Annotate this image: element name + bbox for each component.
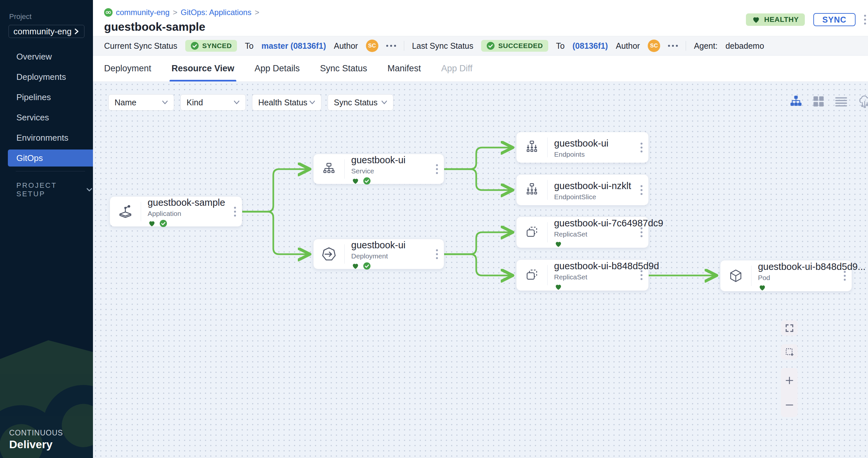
node-service-guestbook-ui[interactable]: guestbook-ui Service	[313, 154, 444, 184]
filter-sync-status-dropdown[interactable]: Sync Status	[328, 94, 394, 110]
author-avatar: SC	[648, 40, 660, 52]
status-divider	[686, 41, 686, 51]
current-commit-link[interactable]: master (08136f1)	[261, 41, 326, 51]
check-circle-icon	[486, 41, 495, 50]
node-menu-kebab-icon[interactable]	[436, 164, 438, 174]
sidebar-item-deployments[interactable]: Deployments	[0, 67, 93, 87]
page-header: community-eng > GitOps: Applications > g…	[93, 0, 868, 36]
tab-resource-view[interactable]: Resource View	[172, 56, 234, 81]
node-kind: Application	[148, 210, 222, 218]
chevron-down-icon	[309, 100, 316, 105]
tab-sync-status[interactable]: Sync Status	[320, 56, 367, 81]
breadcrumb-applications-link[interactable]: GitOps: Applications	[181, 8, 251, 17]
chevron-down-icon	[161, 100, 168, 105]
author-label: Author	[334, 41, 358, 51]
chevron-down-icon	[381, 100, 388, 105]
sidebar-nav: Overview Deployments Pipelines Services …	[0, 46, 93, 166]
sidebar-item-gitops[interactable]: GitOps	[8, 150, 93, 166]
healthy-heart-icon	[148, 220, 156, 227]
author-avatar: SC	[366, 40, 378, 52]
node-menu-kebab-icon[interactable]	[641, 143, 643, 153]
fullscreen-button[interactable]	[781, 320, 798, 336]
endpoints-icon	[517, 132, 547, 163]
zoom-out-button[interactable]	[781, 393, 798, 417]
current-sync-status-badge: SYNCED	[185, 40, 237, 52]
plus-icon	[785, 376, 794, 385]
tab-bar: Deployment Resource View App Details Syn…	[93, 56, 868, 82]
main-area: community-eng > GitOps: Applications > g…	[93, 0, 868, 458]
breadcrumb-separator: >	[255, 8, 259, 17]
healthy-heart-icon	[758, 284, 767, 292]
zoom-in-button[interactable]	[781, 368, 798, 393]
node-menu-kebab-icon[interactable]	[641, 227, 643, 237]
sync-button[interactable]: SYNC	[813, 13, 856, 26]
synced-check-icon	[159, 220, 167, 227]
node-kind: EndpointSlice	[554, 193, 629, 201]
node-menu-kebab-icon[interactable]	[641, 185, 643, 195]
synced-check-icon	[363, 262, 371, 270]
list-view-icon[interactable]	[835, 96, 848, 107]
project-selector[interactable]: community-eng	[8, 25, 85, 38]
node-application-guestbook-sample[interactable]: guestbook-sample Application	[110, 196, 242, 227]
gitops-logo-icon	[104, 8, 113, 17]
last-sync-status-label: Last Sync Status	[412, 41, 474, 51]
view-mode-switcher	[789, 95, 868, 108]
resource-graph-canvas[interactable]: Name Kind Health Status Sync Status	[93, 82, 868, 458]
to-label: To	[556, 41, 565, 51]
node-endpointslice-guestbook-ui-nzklt[interactable]: guestbook-ui-nzklt EndpointSlice	[516, 174, 649, 205]
node-replicaset-guestbook-ui-b848d5d9d[interactable]: guestbook-ui-b848d5d9d ReplicaSet	[516, 259, 649, 291]
chevron-down-icon	[86, 187, 93, 193]
tab-manifest[interactable]: Manifest	[388, 56, 421, 81]
sidebar-item-overview[interactable]: Overview	[0, 46, 93, 67]
filter-health-status-dropdown[interactable]: Health Status	[252, 94, 321, 110]
node-endpoints-guestbook-ui[interactable]: guestbook-ui Endpoints	[516, 132, 649, 163]
sidebar-item-pipelines[interactable]: Pipelines	[0, 87, 93, 107]
chevron-down-icon	[233, 100, 240, 105]
service-icon	[314, 154, 344, 184]
node-title: guestbook-ui	[351, 155, 405, 166]
node-deployment-guestbook-ui[interactable]: guestbook-ui Deployment	[313, 239, 444, 269]
node-menu-kebab-icon[interactable]	[234, 207, 236, 217]
tab-deployment[interactable]: Deployment	[104, 56, 151, 81]
sidebar-item-environments[interactable]: Environments	[0, 128, 93, 148]
node-menu-kebab-icon[interactable]	[641, 270, 643, 280]
sidebar-item-services[interactable]: Services	[0, 107, 93, 128]
node-menu-kebab-icon[interactable]	[436, 249, 438, 259]
breadcrumb-project-link[interactable]: community-eng	[116, 8, 169, 17]
app-menu-kebab-icon[interactable]	[864, 15, 866, 25]
sync-status-bar: Current Sync Status SYNCED To master (08…	[93, 36, 868, 56]
filter-name-dropdown[interactable]: Name	[108, 94, 174, 110]
minus-icon	[785, 400, 794, 410]
sidebar: Project community-eng Overview Deploymen…	[0, 0, 93, 458]
deployment-icon	[314, 239, 344, 269]
replicaset-icon	[517, 217, 547, 248]
commit-details-ellipsis[interactable]	[668, 45, 678, 47]
health-status-badge: HEALTHY	[746, 13, 805, 26]
commit-details-ellipsis[interactable]	[386, 45, 396, 47]
node-title: guestbook-sample	[148, 197, 222, 208]
node-kind: ReplicaSet	[554, 230, 629, 238]
tab-app-details[interactable]: App Details	[255, 56, 300, 81]
last-commit-link[interactable]: (08136f1)	[572, 41, 608, 51]
synced-check-icon	[363, 177, 371, 185]
node-menu-kebab-icon[interactable]	[844, 271, 846, 281]
project-selector-value: community-eng	[13, 27, 72, 37]
healthy-heart-icon	[554, 283, 563, 291]
filter-kind-dropdown[interactable]: Kind	[180, 94, 246, 110]
filter-bar: Name Kind Health Status Sync Status	[108, 94, 394, 110]
node-kind: Pod	[758, 274, 832, 282]
cloud-view-icon[interactable]	[858, 95, 868, 108]
node-replicaset-guestbook-ui-7c64987dc9[interactable]: guestbook-ui-7c64987dc9 ReplicaSet	[516, 217, 649, 248]
agent-label: Agent:	[694, 41, 717, 51]
node-title: guestbook-ui-7c64987dc9	[554, 218, 629, 229]
selection-tool-button[interactable]	[781, 344, 798, 360]
application-icon	[110, 197, 141, 226]
author-label: Author	[616, 41, 640, 51]
grid-view-icon[interactable]	[812, 95, 825, 108]
check-circle-icon	[190, 41, 199, 50]
tree-view-icon[interactable]	[789, 96, 803, 107]
health-badge-label: HEALTHY	[764, 15, 799, 24]
project-setup-toggle[interactable]: PROJECT SETUP	[17, 181, 93, 198]
node-pod-guestbook-ui-b848d5d9[interactable]: guestbook-ui-b848d5d9... Pod	[720, 260, 852, 292]
marquee-selection-icon	[785, 348, 794, 356]
